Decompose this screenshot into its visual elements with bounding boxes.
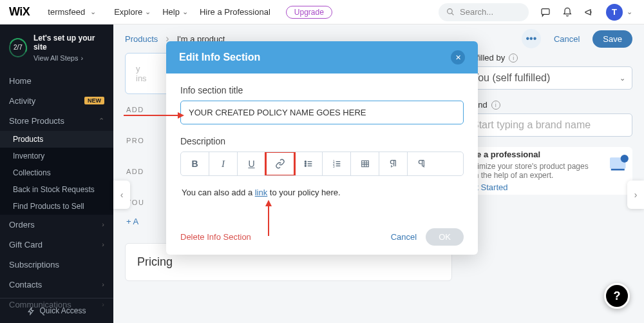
nav-help[interactable]: Help⌄ — [162, 7, 188, 17]
chevron-down-icon: ⌄ — [627, 8, 632, 16]
fulfilled-by-select[interactable]: You (self fulfilled)⌄ — [465, 66, 632, 90]
more-button[interactable]: ••• — [522, 29, 541, 48]
hire-pro-body: Optimize your store's product pages with… — [465, 162, 599, 180]
get-started-link[interactable]: Get Started — [465, 182, 599, 192]
save-button[interactable]: Save — [592, 30, 632, 48]
bell-icon[interactable] — [562, 7, 573, 17]
hire-pro-card: Hire a professional Optimize your store'… — [465, 147, 632, 195]
avatar: T — [606, 4, 623, 21]
nav-hire[interactable]: Hire a Professional — [200, 7, 270, 17]
info-title-input[interactable] — [180, 101, 464, 124]
chevron-up-icon: ⌃ — [99, 117, 104, 125]
wix-logo[interactable]: WiX — [0, 5, 39, 19]
info-icon[interactable]: i — [491, 101, 500, 110]
svg-text:3: 3 — [333, 165, 335, 168]
ltr-icon — [388, 159, 399, 169]
nav-hire-label: Hire a Professional — [200, 7, 270, 17]
svg-point-0 — [448, 9, 453, 14]
setup-title: Let's set up your site — [33, 34, 104, 52]
nav-help-label: Help — [162, 7, 180, 17]
modal-ok-button[interactable]: OK — [426, 228, 464, 246]
upgrade-button[interactable]: Upgrade — [286, 6, 332, 19]
delete-info-section-button[interactable]: Delete Info Section — [180, 232, 251, 242]
setup-progress[interactable]: 2/7 Let's set up your site View All Step… — [0, 24, 113, 71]
chat-icon[interactable] — [540, 7, 551, 17]
nav-explore-label: Explore — [114, 7, 142, 17]
table-icon — [360, 159, 370, 169]
brand-label: Brandi — [465, 100, 632, 110]
numbered-list-button[interactable]: 123 — [323, 152, 351, 175]
chevron-down-icon: ⌄ — [145, 8, 151, 16]
breadcrumb-products[interactable]: Products — [125, 34, 158, 44]
sidebar-item-products[interactable]: Products — [0, 131, 113, 148]
chevron-right-icon: › — [102, 280, 104, 288]
svg-point-6 — [305, 161, 306, 162]
sidebar-item-contacts[interactable]: Contacts› — [0, 275, 113, 295]
pricing-title: Pricing — [137, 255, 440, 269]
sidebar-item-subscriptions[interactable]: Subscriptions — [0, 255, 113, 275]
quick-access[interactable]: Quick Access — [0, 298, 113, 323]
expert-illustration-icon — [605, 150, 632, 177]
description-text: You can also add a — [182, 188, 255, 197]
link-icon — [275, 159, 285, 169]
sidebar-item-inventory[interactable]: Inventory — [0, 148, 113, 164]
sidebar-item-find-products[interactable]: Find Products to Sell — [0, 198, 113, 215]
site-name: termsfeed — [48, 7, 85, 17]
help-button[interactable]: ? — [604, 283, 630, 309]
svg-marker-24 — [178, 112, 184, 119]
sidebar-item-orders[interactable]: Orders› — [0, 215, 113, 235]
description-editor[interactable]: You can also add a link to your policy h… — [180, 182, 464, 223]
bold-button[interactable]: B — [181, 152, 209, 175]
svg-rect-18 — [361, 161, 368, 166]
bolt-icon — [27, 307, 35, 315]
megaphone-icon[interactable] — [584, 7, 594, 17]
progress-ring: 2/7 — [9, 38, 27, 57]
table-button[interactable] — [351, 152, 379, 175]
sidebar-item-collections[interactable]: Collections — [0, 164, 113, 181]
annotation-arrow-icon — [263, 200, 274, 237]
svg-point-4 — [621, 155, 629, 162]
italic-button[interactable]: I — [209, 152, 238, 175]
chevron-right-icon: › — [80, 54, 83, 62]
account-menu[interactable]: T ⌄ — [606, 4, 632, 21]
rtl-icon — [417, 159, 427, 169]
edit-info-section-modal: Edit Info Section ✕ Info section title D… — [166, 41, 478, 255]
svg-marker-26 — [265, 200, 272, 206]
view-all-steps[interactable]: View All Steps› — [33, 54, 104, 62]
sidebar-item-activity[interactable]: ActivityNEW — [0, 91, 113, 111]
brand-input[interactable]: Start typing a brand name — [465, 113, 632, 137]
description-text: to your policy here. — [267, 188, 340, 197]
sidebar-section-store-products[interactable]: Store Products⌃ — [0, 111, 113, 131]
info-icon[interactable]: i — [509, 54, 518, 63]
ltr-button[interactable] — [379, 152, 408, 175]
site-selector[interactable]: termsfeed ⌄ — [39, 7, 105, 17]
sidebar-item-gift-card[interactable]: Gift Card› — [0, 235, 113, 255]
next-product-button[interactable]: › — [627, 181, 644, 209]
modal-title: Edit Info Section — [179, 52, 260, 63]
nav-explore[interactable]: Explore⌄ — [114, 7, 151, 17]
underline-button[interactable]: U — [238, 152, 266, 175]
bullet-list-button[interactable] — [294, 152, 323, 175]
annotation-arrow-icon — [122, 110, 184, 121]
rich-text-toolbar: B I U 123 — [180, 152, 464, 176]
svg-line-1 — [451, 13, 453, 15]
link-button[interactable] — [266, 152, 294, 175]
sidebar-item-back-in-stock[interactable]: Back in Stock Requests — [0, 181, 113, 198]
prev-product-button[interactable]: ‹ — [113, 181, 130, 209]
new-badge: NEW — [84, 97, 104, 104]
close-icon[interactable]: ✕ — [451, 50, 465, 64]
svg-rect-5 — [611, 169, 625, 171]
rtl-button[interactable] — [408, 152, 436, 175]
search-placeholder: Search... — [460, 7, 493, 17]
search-input[interactable]: Search... — [439, 3, 529, 21]
chevron-down-icon: ⌄ — [182, 8, 188, 16]
description-link[interactable]: link — [255, 188, 268, 197]
info-title-label: Info section title — [180, 85, 464, 95]
header-cancel-button[interactable]: Cancel — [549, 34, 585, 44]
svg-point-8 — [305, 165, 306, 166]
sidebar-item-home[interactable]: Home — [0, 71, 113, 91]
modal-cancel-button[interactable]: Cancel — [391, 232, 417, 242]
description-label: Description — [180, 136, 464, 146]
search-icon — [446, 8, 455, 16]
chevron-down-icon: ⌄ — [620, 74, 625, 83]
